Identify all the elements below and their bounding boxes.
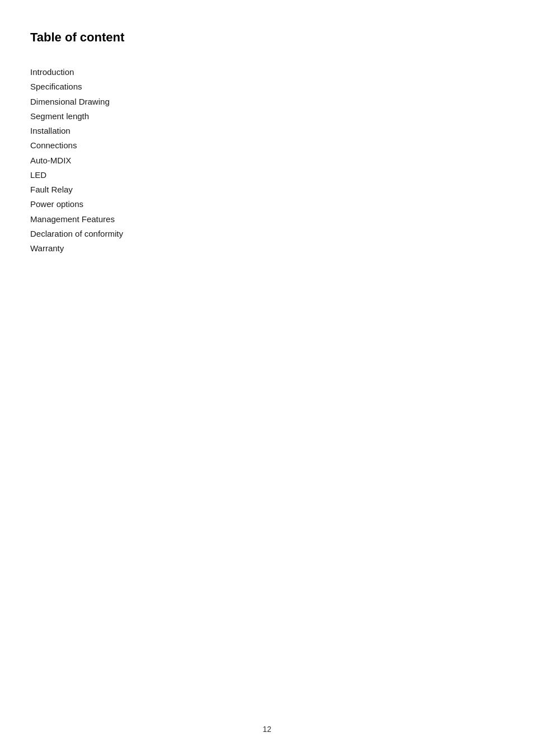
toc-item[interactable]: Declaration of conformity [30, 227, 504, 241]
page-container: Table of content IntroductionSpecificati… [0, 0, 534, 756]
page-title: Table of content [30, 30, 504, 45]
toc-item[interactable]: Installation [30, 124, 504, 138]
toc-item[interactable]: Power options [30, 197, 504, 212]
toc-item[interactable]: Connections [30, 138, 504, 153]
toc-item[interactable]: LED [30, 168, 504, 182]
toc-item[interactable]: Management Features [30, 212, 504, 227]
toc-list: IntroductionSpecificationsDimensional Dr… [30, 65, 504, 256]
toc-item[interactable]: Fault Relay [30, 182, 504, 197]
toc-item[interactable]: Warranty [30, 241, 504, 256]
toc-item[interactable]: Introduction [30, 65, 504, 79]
page-number: 12 [263, 725, 271, 734]
toc-item[interactable]: Specifications [30, 79, 504, 94]
toc-item[interactable]: Segment length [30, 109, 504, 124]
toc-item[interactable]: Dimensional Drawing [30, 95, 504, 109]
toc-item[interactable]: Auto-MDIX [30, 153, 504, 168]
